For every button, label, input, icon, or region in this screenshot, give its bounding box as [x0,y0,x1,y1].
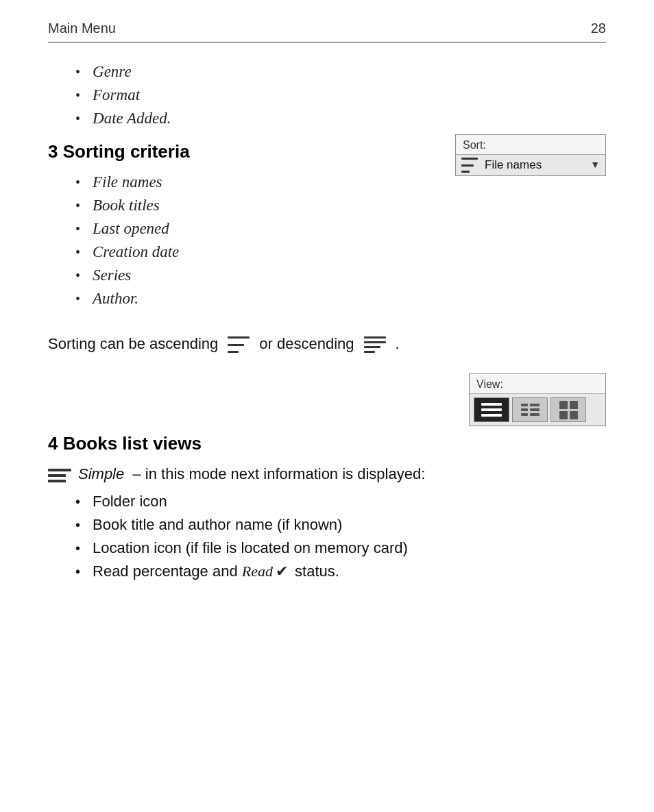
list-item: • Author. [75,290,606,308]
bullet-dot: • [75,64,80,80]
list-item: • Read percentage and Read✔ status. [75,563,606,580]
books-list-views-section: 4 Books list views Simple – in this mode… [48,433,606,580]
view-widget[interactable]: View: [469,373,606,426]
list-item: • Series [75,267,606,284]
view-widget-label: View: [470,374,605,393]
ascending-icon [225,335,252,353]
list-item: • Book titles [75,197,606,214]
tile-view-button[interactable] [550,397,586,422]
list-item: • Creation date [75,243,606,261]
sorting-suffix: . [396,335,400,353]
bullet-dot: • [75,245,80,260]
sort-widget[interactable]: Sort: File names ▼ [455,134,606,176]
books-list-views-heading: 4 Books list views [48,433,606,454]
bullet-dot: • [75,494,80,510]
detail-view-button[interactable] [512,397,548,422]
read-italic-label: Read [242,563,273,580]
top-bullet-list: • Genre • Format • Date Added. [75,63,606,127]
books-simple-list: • Folder icon • Book title and author na… [75,493,606,580]
descending-icon [361,335,389,353]
simple-description: Simple – in this mode next information i… [48,465,606,483]
sorting-middle: or descending [259,335,354,353]
bullet-dot: • [75,541,80,556]
sorting-criteria-list: • File names • Book titles • Last opened… [75,173,606,308]
list-item: • File names [75,173,435,191]
bullet-dot: • [75,198,80,214]
list-item: • Book title and author name (if known) [75,516,606,534]
simple-view-button[interactable] [474,397,509,422]
bullet-dot: • [75,221,80,237]
list-item: • Format [75,86,606,104]
top-bullet-section: • Genre • Format • Date Added. [48,63,606,127]
view-widget-row [470,393,605,426]
page-header-title: Main Menu [48,21,116,36]
checkmark-icon: ✔ [276,563,288,580]
sort-widget-row: File names ▼ [456,154,605,175]
bullet-dot: • [75,111,80,127]
bullet-dot: • [75,88,80,103]
bullet-dot: • [75,175,80,190]
page-header: Main Menu 28 [48,21,606,42]
list-item: • Genre [75,63,606,81]
bullet-dot: • [75,517,80,533]
sorting-paragraph: Sorting can be ascending or descending . [48,335,606,353]
detail-view-icon [521,404,540,416]
list-item: • Date Added. [75,110,606,127]
sorting-prefix: Sorting can be ascending [48,335,218,353]
tile-view-icon [559,401,578,419]
simple-mode-icon [48,465,78,483]
sort-widget-label: Sort: [456,135,605,154]
sort-dropdown-value: File names [485,158,585,172]
list-item: • Location icon (if file is located on m… [75,539,606,557]
simple-view-icon [481,403,502,417]
bullet-dot: • [75,291,80,307]
bullet-dot: • [75,564,80,580]
simple-desc-text: – in this mode next information is displ… [128,465,425,482]
sort-dropdown-arrow[interactable]: ▼ [590,160,600,171]
list-item: • Last opened [75,220,606,238]
sort-ascending-icon [461,158,479,173]
bullet-dot: • [75,268,80,284]
page-number: 28 [591,21,606,36]
list-item: • Folder icon [75,493,606,510]
simple-label: Simple [78,465,124,482]
